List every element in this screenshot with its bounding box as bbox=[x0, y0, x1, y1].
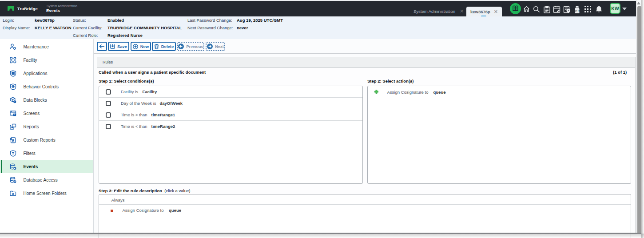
svg-text:R: R bbox=[578, 9, 580, 12]
